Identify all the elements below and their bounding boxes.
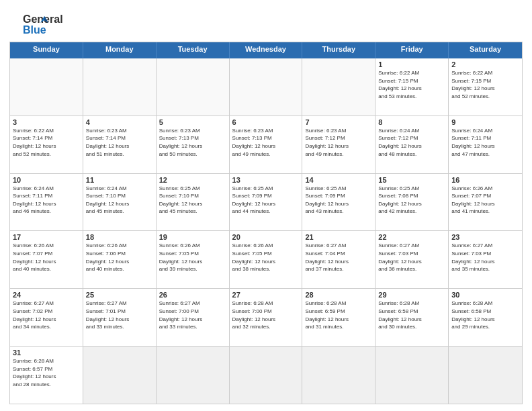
calendar-cell: 8Sunrise: 6:24 AM Sunset: 7:12 PM Daylig… — [375, 116, 449, 173]
day-number: 14 — [305, 176, 372, 184]
calendar-body: 1Sunrise: 6:22 AM Sunset: 7:15 PM Daylig… — [10, 58, 522, 404]
sun-info: Sunrise: 6:24 AM Sunset: 7:11 PM Dayligh… — [451, 127, 519, 158]
day-number: 6 — [232, 118, 300, 126]
day-number: 8 — [378, 118, 445, 126]
sun-info: Sunrise: 6:27 AM Sunset: 7:01 PM Dayligh… — [86, 300, 153, 330]
sun-info: Sunrise: 6:26 AM Sunset: 7:07 PM Dayligh… — [451, 185, 519, 216]
sun-info: Sunrise: 6:27 AM Sunset: 7:02 PM Dayligh… — [13, 300, 80, 330]
sun-info: Sunrise: 6:23 AM Sunset: 7:13 PM Dayligh… — [232, 127, 300, 158]
day-number: 20 — [232, 233, 300, 241]
day-number: 1 — [378, 60, 445, 68]
sun-info: Sunrise: 6:27 AM Sunset: 7:04 PM Dayligh… — [305, 242, 372, 273]
calendar-row-5: 31Sunrise: 6:28 AM Sunset: 6:57 PM Dayli… — [10, 346, 522, 404]
calendar-cell: 5Sunrise: 6:23 AM Sunset: 7:13 PM Daylig… — [157, 116, 230, 173]
day-number: 24 — [13, 291, 80, 299]
calendar-row-3: 17Sunrise: 6:26 AM Sunset: 7:07 PM Dayli… — [10, 230, 522, 288]
day-number: 17 — [13, 233, 80, 241]
calendar-cell: 3Sunrise: 6:22 AM Sunset: 7:14 PM Daylig… — [10, 116, 83, 173]
calendar: SundayMondayTuesdayWednesdayThursdayFrid… — [9, 42, 523, 404]
day-number: 9 — [451, 118, 519, 126]
header-day-sunday: Sunday — [10, 42, 83, 58]
calendar-cell: 21Sunrise: 6:27 AM Sunset: 7:04 PM Dayli… — [302, 231, 375, 288]
day-number: 16 — [451, 176, 519, 184]
sun-info: Sunrise: 6:25 AM Sunset: 7:10 PM Dayligh… — [159, 185, 226, 216]
header-day-thursday: Thursday — [302, 42, 375, 58]
sun-info: Sunrise: 6:28 AM Sunset: 6:59 PM Dayligh… — [305, 300, 372, 330]
header-day-tuesday: Tuesday — [157, 42, 230, 58]
day-number: 4 — [86, 118, 153, 126]
day-number: 10 — [13, 176, 80, 184]
calendar-cell: 2Sunrise: 6:22 AM Sunset: 7:15 PM Daylig… — [449, 58, 522, 116]
calendar-cell — [302, 58, 375, 116]
calendar-cell: 28Sunrise: 6:28 AM Sunset: 6:59 PM Dayli… — [302, 289, 375, 346]
sun-info: Sunrise: 6:22 AM Sunset: 7:15 PM Dayligh… — [451, 69, 519, 100]
calendar-cell: 31Sunrise: 6:28 AM Sunset: 6:57 PM Dayli… — [10, 347, 83, 404]
calendar-cell: 6Sunrise: 6:23 AM Sunset: 7:13 PM Daylig… — [230, 116, 303, 173]
header-day-monday: Monday — [83, 42, 157, 58]
calendar-cell: 24Sunrise: 6:27 AM Sunset: 7:02 PM Dayli… — [10, 289, 83, 346]
day-number: 23 — [451, 233, 519, 241]
sun-info: Sunrise: 6:24 AM Sunset: 7:11 PM Dayligh… — [13, 185, 80, 216]
calendar-cell: 7Sunrise: 6:23 AM Sunset: 7:12 PM Daylig… — [302, 116, 375, 173]
day-number: 30 — [451, 291, 519, 299]
sun-info: Sunrise: 6:25 AM Sunset: 7:09 PM Dayligh… — [232, 185, 300, 216]
day-number: 26 — [159, 291, 226, 299]
day-number: 18 — [86, 233, 153, 241]
day-number: 15 — [378, 176, 445, 184]
header-day-wednesday: Wednesday — [230, 42, 303, 58]
calendar-cell — [302, 347, 375, 404]
sun-info: Sunrise: 6:27 AM Sunset: 7:00 PM Dayligh… — [159, 300, 226, 330]
calendar-cell: 20Sunrise: 6:26 AM Sunset: 7:05 PM Dayli… — [230, 231, 303, 288]
calendar-cell — [157, 58, 230, 116]
generalblue-logo-icon: General Blue — [9, 11, 63, 38]
sun-info: Sunrise: 6:24 AM Sunset: 7:10 PM Dayligh… — [86, 185, 153, 216]
sun-info: Sunrise: 6:27 AM Sunset: 7:03 PM Dayligh… — [451, 242, 519, 273]
sun-info: Sunrise: 6:28 AM Sunset: 7:00 PM Dayligh… — [232, 300, 300, 330]
sun-info: Sunrise: 6:28 AM Sunset: 6:58 PM Dayligh… — [378, 300, 445, 330]
day-number: 13 — [232, 176, 300, 184]
sun-info: Sunrise: 6:26 AM Sunset: 7:07 PM Dayligh… — [13, 242, 80, 273]
day-number: 27 — [232, 291, 300, 299]
calendar-cell: 27Sunrise: 6:28 AM Sunset: 7:00 PM Dayli… — [230, 289, 303, 346]
day-number: 31 — [13, 349, 80, 357]
calendar-cell: 14Sunrise: 6:25 AM Sunset: 7:09 PM Dayli… — [302, 174, 375, 231]
sun-info: Sunrise: 6:26 AM Sunset: 7:05 PM Dayligh… — [232, 242, 300, 273]
calendar-header: SundayMondayTuesdayWednesdayThursdayFrid… — [10, 42, 522, 58]
calendar-cell: 1Sunrise: 6:22 AM Sunset: 7:15 PM Daylig… — [375, 58, 449, 116]
day-number: 12 — [159, 176, 226, 184]
calendar-cell: 10Sunrise: 6:24 AM Sunset: 7:11 PM Dayli… — [10, 174, 83, 231]
calendar-cell — [230, 58, 303, 116]
sun-info: Sunrise: 6:26 AM Sunset: 7:06 PM Dayligh… — [86, 242, 153, 273]
calendar-row-2: 10Sunrise: 6:24 AM Sunset: 7:11 PM Dayli… — [10, 173, 522, 231]
day-number: 5 — [159, 118, 226, 126]
sun-info: Sunrise: 6:28 AM Sunset: 6:57 PM Dayligh… — [13, 357, 80, 388]
calendar-cell: 26Sunrise: 6:27 AM Sunset: 7:00 PM Dayli… — [157, 289, 230, 346]
calendar-cell — [449, 347, 522, 404]
sun-info: Sunrise: 6:23 AM Sunset: 7:13 PM Dayligh… — [159, 127, 226, 158]
calendar-cell: 30Sunrise: 6:28 AM Sunset: 6:58 PM Dayli… — [449, 289, 522, 346]
header: General Blue — [9, 8, 523, 38]
calendar-cell: 29Sunrise: 6:28 AM Sunset: 6:58 PM Dayli… — [375, 289, 449, 346]
page: General Blue SundayMondayTuesdayWednesda… — [0, 0, 532, 411]
calendar-cell — [375, 347, 449, 404]
day-number: 11 — [86, 176, 153, 184]
calendar-cell: 13Sunrise: 6:25 AM Sunset: 7:09 PM Dayli… — [230, 174, 303, 231]
day-number: 28 — [305, 291, 372, 299]
calendar-cell: 11Sunrise: 6:24 AM Sunset: 7:10 PM Dayli… — [83, 174, 157, 231]
calendar-cell: 12Sunrise: 6:25 AM Sunset: 7:10 PM Dayli… — [157, 174, 230, 231]
day-number: 2 — [451, 60, 519, 68]
sun-info: Sunrise: 6:27 AM Sunset: 7:03 PM Dayligh… — [378, 242, 445, 273]
calendar-cell: 15Sunrise: 6:25 AM Sunset: 7:08 PM Dayli… — [375, 174, 449, 231]
day-number: 25 — [86, 291, 153, 299]
header-day-saturday: Saturday — [449, 42, 522, 58]
day-number: 3 — [13, 118, 80, 126]
day-number: 7 — [305, 118, 372, 126]
sun-info: Sunrise: 6:25 AM Sunset: 7:08 PM Dayligh… — [378, 185, 445, 216]
sun-info: Sunrise: 6:23 AM Sunset: 7:12 PM Dayligh… — [305, 127, 372, 158]
day-number: 21 — [305, 233, 372, 241]
calendar-row-4: 24Sunrise: 6:27 AM Sunset: 7:02 PM Dayli… — [10, 288, 522, 346]
sun-info: Sunrise: 6:24 AM Sunset: 7:12 PM Dayligh… — [378, 127, 445, 158]
sun-info: Sunrise: 6:25 AM Sunset: 7:09 PM Dayligh… — [305, 185, 372, 216]
calendar-cell: 17Sunrise: 6:26 AM Sunset: 7:07 PM Dayli… — [10, 231, 83, 288]
sun-info: Sunrise: 6:22 AM Sunset: 7:15 PM Dayligh… — [378, 69, 445, 100]
